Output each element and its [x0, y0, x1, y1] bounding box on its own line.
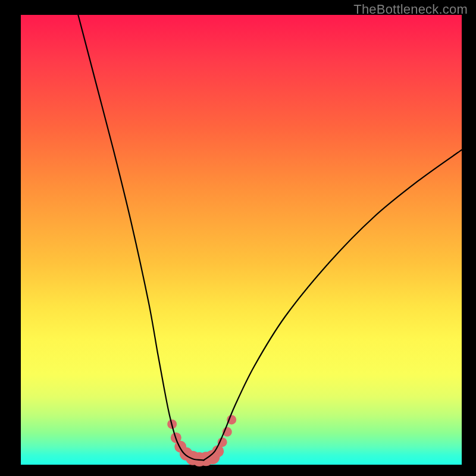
salmon-dots-group [167, 415, 236, 466]
curve-left [78, 15, 203, 460]
chart-svg [21, 15, 462, 465]
watermark-text: TheBottleneck.com [353, 2, 468, 17]
chart-frame: TheBottleneck.com [0, 0, 476, 476]
plot-area [21, 15, 462, 465]
curve-right [204, 150, 462, 461]
